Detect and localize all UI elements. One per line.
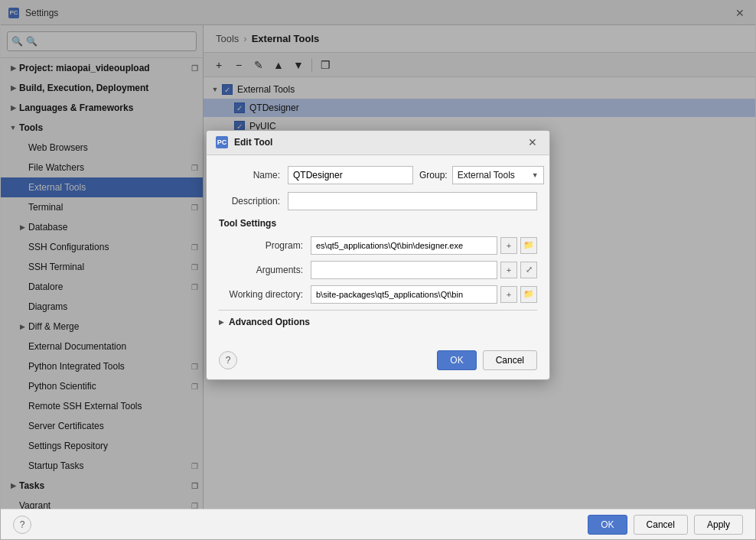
global-help-button[interactable]: ? [13, 516, 31, 534]
chevron-right-icon: ▶ [219, 318, 224, 326]
advanced-options-label: Advanced Options [229, 317, 310, 327]
settings-window: PC Settings ✕ 🔍 ▶ Project: miaopai_video… [0, 0, 756, 540]
arguments-expand-button[interactable]: ⤢ [520, 262, 537, 278]
dialog-icon: PC [216, 136, 228, 148]
arguments-input-row: + ⤢ [311, 261, 537, 279]
bottom-bar-actions: OK Cancel Apply [588, 515, 743, 535]
group-select-text: External Tools [458, 170, 527, 181]
chevron-down-icon: ▼ [532, 171, 539, 179]
tool-settings-title: Tool Settings [219, 218, 537, 229]
help-button[interactable]: ? [219, 351, 237, 369]
working-directory-input-row: + 📁 [311, 285, 537, 304]
arguments-row: Arguments: + ⤢ [219, 261, 537, 279]
working-directory-input[interactable] [311, 285, 497, 304]
working-directory-row: Working directory: + 📁 [219, 285, 537, 304]
program-browse-button[interactable]: 📁 [520, 237, 537, 254]
dialog-divider [219, 310, 537, 311]
working-directory-label: Working directory: [219, 289, 311, 300]
program-input-row: + 📁 [311, 236, 537, 255]
global-cancel-button[interactable]: Cancel [634, 515, 688, 535]
global-ok-button[interactable]: OK [588, 515, 627, 535]
modal-overlay: PC Edit Tool ✕ Name: Group: [1, 25, 755, 509]
cancel-button[interactable]: Cancel [483, 350, 537, 370]
program-add-button[interactable]: + [500, 237, 517, 254]
working-dir-browse-button[interactable]: 📁 [520, 286, 537, 303]
edit-tool-dialog: PC Edit Tool ✕ Name: Group: [206, 130, 550, 380]
global-apply-button[interactable]: Apply [694, 515, 743, 535]
name-input[interactable] [288, 166, 413, 184]
group-select[interactable]: External Tools ▼ [452, 166, 544, 184]
description-input[interactable] [288, 192, 537, 210]
program-label: Program: [219, 240, 311, 251]
name-label: Name: [219, 170, 288, 181]
program-input[interactable] [311, 236, 497, 255]
description-label: Description: [219, 196, 288, 207]
dialog-title-bar: PC Edit Tool ✕ [207, 131, 549, 155]
dialog-footer: ? OK Cancel [207, 344, 549, 379]
ok-button[interactable]: OK [437, 350, 476, 370]
content-area: Tools › External Tools + − ✎ ▲ ▼ ❐ ▼ [204, 25, 755, 509]
dialog-title-left: PC Edit Tool [216, 136, 272, 148]
arguments-label: Arguments: [219, 265, 311, 275]
bottom-bar: ? OK Cancel Apply [1, 509, 755, 539]
dialog-title: Edit Tool [234, 137, 272, 148]
description-row: Description: [219, 192, 537, 210]
name-row: Name: Group: External Tools ▼ [219, 166, 537, 184]
dialog-body: Name: Group: External Tools ▼ Descriptio… [207, 155, 549, 344]
arguments-input[interactable] [311, 261, 497, 279]
working-dir-add-button[interactable]: + [500, 286, 517, 303]
main-content: 🔍 ▶ Project: miaopai_videoupload ❐ ▶ Bui… [1, 25, 755, 509]
arguments-add-button[interactable]: + [500, 262, 517, 278]
dialog-close-button[interactable]: ✕ [525, 135, 540, 150]
program-row: Program: + 📁 [219, 236, 537, 255]
dialog-actions: OK Cancel [437, 350, 537, 370]
group-label: Group: [419, 170, 448, 181]
advanced-options-section[interactable]: ▶ Advanced Options [219, 317, 537, 327]
